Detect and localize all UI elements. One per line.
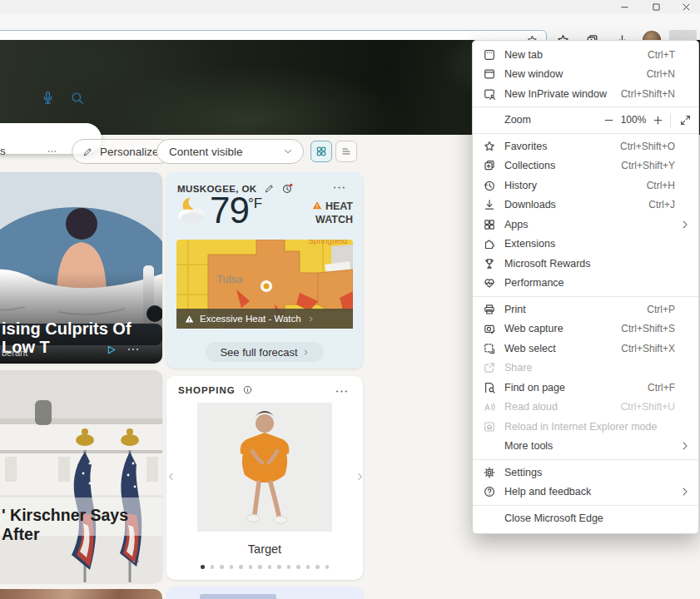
- list-view-button[interactable]: [335, 141, 357, 162]
- menu-divider: [473, 505, 698, 506]
- info-icon[interactable]: [242, 384, 253, 395]
- carousel-dot[interactable]: [239, 565, 243, 569]
- content-visible-dropdown[interactable]: Content visible: [156, 139, 304, 164]
- weather-alert-dial-icon[interactable]: [281, 182, 294, 195]
- settings-icon: [483, 466, 496, 479]
- menu-item-new-tab[interactable]: New tabCtrl+T: [473, 45, 698, 65]
- downloads-icon: [483, 198, 496, 211]
- menu-item-label: New window: [504, 68, 637, 80]
- menu-item-find-on-page[interactable]: Find on pageCtrl+F: [473, 378, 698, 398]
- menu-item-label: Share: [504, 362, 675, 374]
- carousel-dot[interactable]: [249, 565, 253, 569]
- blurred-label: [200, 594, 276, 599]
- menu-item-shortcut: Ctrl+Shift+U: [621, 401, 675, 413]
- carousel-dot[interactable]: [220, 565, 224, 569]
- menu-item-extensions[interactable]: Extensions: [473, 235, 698, 255]
- menu-item-label: Microsoft Rewards: [504, 258, 675, 270]
- feed-more-icon[interactable]: [44, 146, 60, 156]
- grid-view-button[interactable]: [310, 141, 332, 162]
- store-name[interactable]: Target: [166, 542, 363, 556]
- maximize-icon[interactable]: [651, 2, 662, 12]
- model-orange-dress: [197, 403, 332, 532]
- menu-item-collections[interactable]: CollectionsCtrl+Shift+Y: [473, 156, 698, 176]
- menu-item-web-capture[interactable]: Web captureCtrl+Shift+S: [473, 319, 698, 339]
- menu-item-label: New tab: [504, 49, 638, 61]
- menu-item-label: New InPrivate window: [504, 88, 611, 100]
- carousel-dot[interactable]: [268, 565, 272, 569]
- search-icon[interactable]: [70, 91, 85, 106]
- carousel-dot[interactable]: [325, 565, 330, 569]
- microsoft-rewards-icon: [483, 257, 496, 270]
- menu-item-performance[interactable]: Performance: [473, 274, 698, 294]
- menu-item-more-tools[interactable]: More tools: [473, 437, 698, 457]
- menu-item-history[interactable]: HistoryCtrl+H: [473, 176, 698, 196]
- menu-item-favorites[interactable]: FavoritesCtrl+Shift+O: [473, 136, 698, 156]
- menu-item-new-inprivate-window[interactable]: New InPrivate windowCtrl+Shift+N: [473, 84, 698, 104]
- see-full-forecast-button[interactable]: See full forecast: [206, 342, 324, 362]
- feed-tab-label-tail[interactable]: s: [0, 145, 6, 157]
- list-view-icon: [340, 146, 352, 157]
- menu-item-shortcut: Ctrl+H: [647, 180, 675, 191]
- carousel-dot[interactable]: [230, 565, 234, 569]
- menu-item-reload-in-internet-explorer-mode: Reload in Internet Explorer mode: [473, 417, 698, 437]
- edit-location-icon[interactable]: [264, 183, 275, 194]
- zoom-label: Zoom: [504, 114, 531, 126]
- zoom-in-icon[interactable]: [652, 114, 664, 126]
- new-inprivate-window-icon: [483, 87, 496, 101]
- news1-more-icon[interactable]: [127, 343, 140, 356]
- carousel-left-icon[interactable]: [166, 468, 176, 486]
- news-card-kirschner[interactable]: ' Kirschner Says After: [0, 370, 162, 582]
- minimize-icon[interactable]: [619, 2, 630, 12]
- news-card-partial[interactable]: [0, 589, 162, 599]
- menu-item-label: Print: [504, 304, 637, 315]
- microphone-icon[interactable]: [40, 90, 56, 106]
- weather-card[interactable]: MUSKOGEE, OK 79 °F HEAT WATCH: [166, 172, 363, 369]
- new-window-icon: [483, 67, 496, 81]
- menu-item-label: Web select: [504, 343, 611, 354]
- card-partial[interactable]: [166, 587, 363, 599]
- menu-item-web-select[interactable]: Web selectCtrl+Shift+X: [473, 339, 698, 359]
- carousel-dot[interactable]: [277, 565, 281, 569]
- close-icon[interactable]: [681, 2, 692, 12]
- menu-item-close-microsoft-edge[interactable]: Close Microsoft Edge: [473, 508, 698, 528]
- menu-item-settings[interactable]: Settings: [473, 463, 698, 483]
- chevron-right-icon: [679, 486, 691, 498]
- product-image[interactable]: [197, 403, 332, 532]
- grid-view-icon: [315, 146, 327, 157]
- heat-watch-alert[interactable]: HEAT WATCH: [312, 200, 353, 226]
- menu-item-shortcut: Ctrl+N: [647, 68, 675, 80]
- fullscreen-icon[interactable]: [679, 114, 692, 126]
- menu-item-print[interactable]: PrintCtrl+P: [473, 300, 698, 319]
- heat-banner[interactable]: Excessive Heat - Watch: [176, 309, 353, 329]
- carousel-dot[interactable]: [258, 565, 262, 569]
- carousel-dot[interactable]: [211, 565, 215, 569]
- carousel-dot[interactable]: [296, 565, 300, 569]
- menu-item-help-and-feedback[interactable]: Help and feedback: [473, 483, 698, 502]
- news2-more-icon[interactable]: [127, 555, 141, 568]
- menu-item-apps[interactable]: Apps: [473, 215, 698, 235]
- menu-item-microsoft-rewards[interactable]: Microsoft Rewards: [473, 254, 698, 274]
- chevron-right-icon: [302, 349, 310, 356]
- menu-item-shortcut: Ctrl+Shift+S: [621, 323, 675, 334]
- menu-item-zoom: Zoom 100%: [473, 111, 698, 131]
- help-icon: [483, 485, 496, 498]
- news-card-low-t[interactable]: ising Culprits Of Low T berant: [0, 172, 162, 364]
- shopping-label: SHOPPING: [178, 385, 236, 395]
- carousel-dot[interactable]: [306, 565, 310, 569]
- play-icon[interactable]: [105, 344, 117, 356]
- menu-item-downloads[interactable]: DownloadsCtrl+J: [473, 196, 698, 215]
- carousel-dot[interactable]: [201, 565, 205, 569]
- carousel-dot[interactable]: [315, 565, 320, 569]
- carousel-right-icon[interactable]: [355, 468, 365, 486]
- read-aloud-icon: [483, 400, 496, 413]
- carousel-dot[interactable]: [287, 565, 291, 569]
- weather-more-icon[interactable]: [332, 181, 346, 195]
- shopping-more-icon[interactable]: [335, 384, 349, 399]
- menu-item-new-window[interactable]: New windowCtrl+N: [473, 65, 698, 85]
- menu-item-share: Share: [473, 359, 698, 379]
- carousel-dots[interactable]: [166, 565, 363, 569]
- menu-item-label: More tools: [504, 440, 675, 452]
- shopping-card[interactable]: SHOPPING Target: [166, 376, 363, 580]
- white-house-photo: [0, 370, 162, 582]
- zoom-out-icon[interactable]: [603, 114, 615, 126]
